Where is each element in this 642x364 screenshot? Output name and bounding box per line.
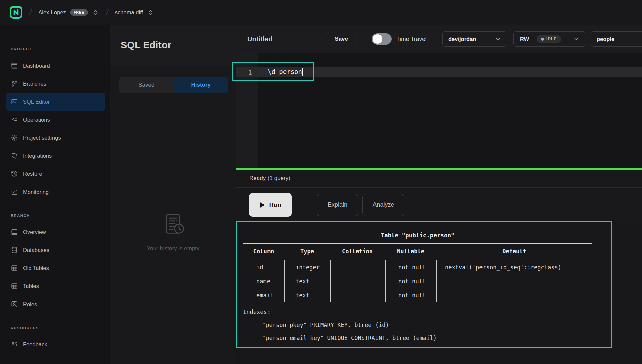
- sidebar-item-label: Overview: [23, 229, 46, 235]
- code-text: \d person: [258, 68, 303, 76]
- play-icon: [259, 202, 265, 208]
- result-table-header: Column Type Collation Nullable Default: [243, 244, 592, 259]
- empty-history-icon: [160, 212, 186, 238]
- monitoring-icon: [11, 188, 18, 196]
- run-button[interactable]: Run: [249, 193, 292, 217]
- psql-output: Table "public.person" Column Type Collat…: [243, 221, 592, 345]
- plan-badge: FREE: [70, 9, 88, 16]
- cell-column: email: [243, 288, 284, 302]
- indexes-label: Indexes:: [243, 306, 592, 319]
- sidebar-item-branches[interactable]: Branches: [6, 75, 105, 93]
- sidebar-item-restore[interactable]: Restore: [6, 165, 105, 183]
- code-editor[interactable]: 1 \d person: [236, 53, 642, 168]
- sql-editor-icon: [11, 98, 18, 105]
- time-travel-toggle[interactable]: [372, 33, 392, 45]
- cell-collation: [330, 274, 385, 288]
- history-panel: SQL Editor Saved History Your history is…: [110, 25, 236, 364]
- history-panel-header: SQL Editor: [110, 25, 236, 66]
- history-empty-state: Your history is empty: [110, 212, 236, 252]
- sidebar-item-label: Project settings: [23, 135, 61, 141]
- analyze-button[interactable]: Analyze: [362, 194, 404, 216]
- sidebar-item-label: Databases: [23, 247, 49, 253]
- table-row: email text not null: [243, 288, 592, 302]
- roles-icon: [11, 300, 18, 308]
- project-name: schema diff: [115, 9, 143, 16]
- cell-nullable: not null: [385, 260, 436, 274]
- integrations-icon: [11, 152, 18, 159]
- tab-saved[interactable]: Saved: [119, 77, 174, 93]
- sidebar-item-operations[interactable]: Operations: [6, 111, 105, 129]
- sidebar-item-monitoring[interactable]: Monitoring: [6, 183, 105, 201]
- text-cursor: [302, 68, 303, 76]
- breadcrumb-separator: /: [105, 7, 109, 18]
- status-bar: Ready (1 query): [236, 170, 642, 188]
- status-text: Ready (1 query): [249, 175, 290, 182]
- cell-nullable: not null: [385, 288, 436, 302]
- index-entry: "person_pkey" PRIMARY KEY, btree (id): [243, 319, 592, 332]
- sidebar-item-dashboard[interactable]: Dashboard: [6, 56, 105, 75]
- editor-header: Untitled Save Time Travel dev/jordan: [236, 25, 642, 53]
- sidebar-item-label: Old Tables: [23, 265, 49, 271]
- branch-select[interactable]: dev/jordan: [442, 31, 507, 47]
- branches-icon: [11, 80, 18, 87]
- database-select[interactable]: people: [591, 31, 642, 47]
- table-grid-icon: [11, 264, 18, 272]
- cell-default: [436, 288, 592, 302]
- editor-header-left: Untitled Save: [236, 30, 365, 48]
- code-line-1[interactable]: 1 \d person: [236, 67, 642, 77]
- sidebar-item-sql-editor[interactable]: SQL Editor: [6, 93, 105, 111]
- operations-icon: [11, 116, 18, 123]
- time-travel-label: Time Travel: [396, 36, 435, 43]
- query-title: Untitled: [247, 35, 272, 43]
- sidebar-item-project-settings[interactable]: Project settings: [6, 129, 105, 147]
- gear-icon: [11, 134, 18, 141]
- editor-header-right: Time Travel dev/jordan RW IDLE: [365, 31, 642, 47]
- cell-nullable: not null: [385, 274, 436, 288]
- restore-icon: [11, 170, 18, 177]
- neon-logo-icon[interactable]: [9, 6, 23, 19]
- cell-type: text: [284, 288, 330, 302]
- table-row: id integer not null nextval('person_id_s…: [243, 260, 592, 274]
- cell-default: [436, 274, 592, 288]
- sidebar-item-label: Feedback: [23, 341, 47, 348]
- sidebar-item-label: Tables: [23, 283, 39, 289]
- sidebar-item-label: Restore: [23, 171, 42, 177]
- project-selector-icon[interactable]: [147, 7, 154, 17]
- sidebar-item-tables[interactable]: Tables: [6, 277, 105, 295]
- org-selector-icon[interactable]: [92, 7, 99, 17]
- database-select-value: people: [597, 36, 614, 42]
- cell-default: nextval('person_id_seq'::regclass): [436, 260, 592, 274]
- sidebar-item-integrations[interactable]: Integrations: [6, 147, 105, 165]
- sidebar-item-label: Monitoring: [23, 189, 49, 195]
- breadcrumb-project: schema diff: [115, 7, 154, 17]
- database-icon: [11, 246, 18, 254]
- sidebar: PROJECT Dashboard Branches: [0, 25, 110, 364]
- actions-divider: [304, 196, 304, 214]
- sidebar-item-roles[interactable]: Roles: [6, 295, 105, 313]
- toggle-knob: [373, 34, 382, 44]
- column-header: Nullable: [385, 248, 436, 255]
- sidebar-item-databases[interactable]: Databases: [6, 241, 105, 259]
- overview-icon: [11, 228, 18, 236]
- branch-select-value: dev/jordan: [448, 36, 476, 42]
- section-label-resources: RESOURCES: [11, 326, 110, 330]
- table-grid-icon: [11, 282, 18, 290]
- sidebar-item-old-tables[interactable]: Old Tables: [6, 259, 105, 277]
- column-header: Collation: [330, 248, 385, 255]
- section-label-project: PROJECT: [11, 47, 110, 51]
- sidebar-item-overview[interactable]: Overview: [6, 223, 105, 241]
- cell-collation: [330, 288, 385, 302]
- compute-select[interactable]: RW IDLE: [513, 31, 586, 47]
- sidebar-item-feedback[interactable]: Feedback: [6, 335, 105, 353]
- cell-collation: [330, 260, 385, 274]
- sql-editor-panel: Untitled Save Time Travel dev/jordan: [236, 25, 642, 364]
- breadcrumb-org: Alex Lopez FREE: [38, 7, 99, 17]
- compute-status-badge: IDLE: [537, 35, 561, 43]
- indexes-block: Indexes: "person_pkey" PRIMARY KEY, btre…: [243, 306, 592, 345]
- result-table-title: Table "public.person": [243, 229, 592, 242]
- save-button[interactable]: Save: [327, 32, 356, 46]
- tab-history[interactable]: History: [174, 77, 228, 93]
- org-name: Alex Lopez: [38, 9, 66, 16]
- neon-console: / Alex Lopez FREE / schema diff PROJECT: [0, 0, 642, 364]
- explain-button[interactable]: Explain: [317, 194, 358, 216]
